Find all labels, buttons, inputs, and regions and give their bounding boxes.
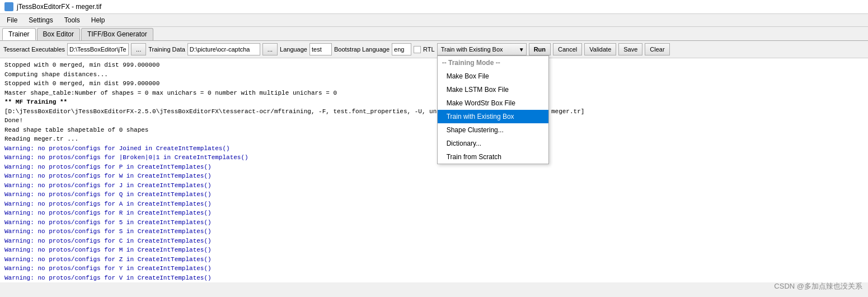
training-data-label: Training Data — [148, 46, 185, 53]
console-line: Stopped with 0 merged, min dist 999.0000… — [4, 79, 864, 89]
toolbar: Tesseract Executables ... Training Data … — [0, 41, 868, 58]
menu-item-settings[interactable]: Settings — [24, 15, 57, 25]
console-line: Reading meger.tr ... — [4, 134, 864, 144]
training-data-input[interactable] — [187, 43, 260, 55]
console-line: Warning: no protos/configs for J in Crea… — [4, 181, 864, 191]
bootstrap-label: Bootstrap Language — [334, 46, 390, 53]
console-line: Read shape table shapetable of 0 shapes — [4, 126, 864, 135]
console-line: Warning: no protos/configs for W in Crea… — [4, 171, 864, 181]
validate-button[interactable]: Validate — [584, 43, 616, 55]
menu-item-file[interactable]: File — [2, 15, 22, 25]
console-line: Warning: no protos/configs for S in Crea… — [4, 227, 864, 236]
console-line: Warning: no protos/configs for |Broken|0… — [4, 153, 864, 163]
console-line: Warning: no protos/configs for R in Crea… — [4, 208, 864, 218]
console-line: Warning: no protos/configs for M in Crea… — [4, 245, 864, 255]
menu-item-tools[interactable]: Tools — [60, 15, 85, 25]
training-mode-dropdown[interactable]: Train with Existing Box ▼ -- Training Mo… — [437, 43, 527, 55]
rtl-label: RTL — [423, 46, 435, 53]
dropdown-item-2[interactable]: Make WordStr Box File — [438, 96, 548, 110]
dropdown-item-4[interactable]: Shape Clustering... — [438, 123, 548, 137]
console-line: [D:\jTessBoxEditor\jTessBoxEditorFX-2.5.… — [4, 107, 864, 117]
rtl-checkbox[interactable] — [414, 46, 421, 53]
dropdown-item-3[interactable]: Train with Existing Box — [438, 110, 548, 123]
language-label: Language — [280, 46, 307, 53]
console-line: Warning: no protos/configs for V in Crea… — [4, 273, 864, 283]
menu-item-help[interactable]: Help — [87, 15, 110, 25]
save-button[interactable]: Save — [618, 43, 642, 55]
console-line: Stopped with 0 merged, min dist 999.0000… — [4, 61, 864, 70]
run-button[interactable]: Run — [529, 43, 551, 55]
dropdown-menu: -- Training Mode --Make Box FileMake LST… — [437, 55, 549, 164]
title-bar: jTessBoxEditorFX - meger.tif — [0, 0, 868, 14]
console-line: Warning: no protos/configs for A in Crea… — [4, 199, 864, 209]
dropdown-item-1[interactable]: Make LSTM Box File — [438, 83, 548, 96]
tab-bar: TrainerBox EditorTIFF/Box Generator — [0, 27, 868, 41]
console-line: ** MF Training ** — [4, 98, 864, 107]
browse-btn-2[interactable]: ... — [262, 43, 278, 55]
console-line: Computing shape distances... — [4, 70, 864, 80]
tab-0[interactable]: Trainer — [2, 28, 36, 40]
console-line: Warning: no protos/configs for C in Crea… — [4, 236, 864, 246]
app-icon — [4, 2, 13, 11]
language-input[interactable] — [309, 43, 332, 55]
cancel-button[interactable]: Cancel — [553, 43, 582, 55]
tab-2[interactable]: TIFF/Box Generator — [81, 28, 153, 40]
tab-1[interactable]: Box Editor — [37, 28, 80, 40]
console-line: Warning: no protos/configs for P in Crea… — [4, 163, 864, 172]
console-line: Warning: no protos/configs for Y in Crea… — [4, 264, 864, 273]
dropdown-display[interactable]: Train with Existing Box ▼ — [437, 43, 527, 55]
dropdown-header: -- Training Mode -- — [438, 56, 548, 69]
title-text: jTessBoxEditorFX - meger.tif — [17, 3, 101, 11]
menu-bar: FileSettingsToolsHelp — [0, 14, 868, 27]
console-line: Warning: no protos/configs for 5 in Crea… — [4, 218, 864, 228]
tess-exec-label: Tesseract Executables — [3, 46, 65, 53]
clear-button[interactable]: Clear — [645, 43, 669, 55]
console-output: Stopped with 0 merged, min dist 999.0000… — [0, 58, 868, 282]
browse-btn-1[interactable]: ... — [131, 43, 146, 55]
dropdown-item-5[interactable]: Dictionary... — [438, 137, 548, 150]
console-line: Warning: no protos/configs for Q in Crea… — [4, 190, 864, 199]
watermark: CSDN @多加点辣也没关系 — [774, 281, 862, 282]
console-line: Warning: no protos/configs for Z in Crea… — [4, 255, 864, 264]
tess-exec-input[interactable] — [67, 43, 129, 55]
bootstrap-input[interactable] — [392, 43, 411, 55]
console-line: Master shape_table:Number of shapes = 0 … — [4, 89, 864, 98]
console-line: Done! — [4, 116, 864, 126]
dropdown-item-6[interactable]: Train from Scratch — [438, 150, 548, 164]
console-line: Warning: no protos/configs for Joined in… — [4, 144, 864, 154]
dropdown-item-0[interactable]: Make Box File — [438, 69, 548, 83]
chevron-down-icon: ▼ — [519, 47, 524, 53]
